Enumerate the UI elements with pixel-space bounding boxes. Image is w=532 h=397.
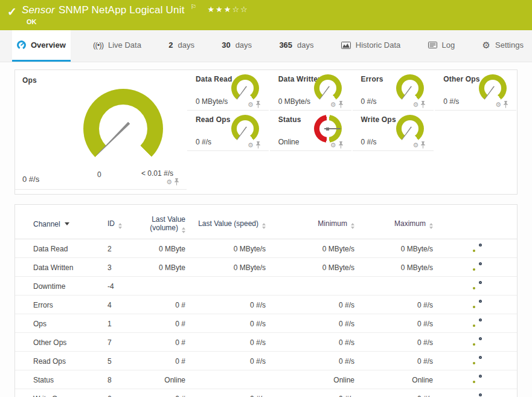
tab-30-days[interactable]: 30 days xyxy=(217,30,257,62)
gauge-card-status: Status Online ⚙ xyxy=(270,111,351,151)
sort-icon[interactable] xyxy=(182,227,185,233)
gear-icon[interactable]: ⚙ xyxy=(495,102,501,108)
channel-settings-icon[interactable] xyxy=(473,375,482,383)
pin-icon[interactable] xyxy=(255,141,261,149)
sort-icon[interactable] xyxy=(351,223,354,229)
channel-name: Other Ops xyxy=(15,333,107,352)
minimum-value: 0 #/s xyxy=(266,389,354,397)
column-header-maximum[interactable]: Maximum xyxy=(394,219,426,228)
sort-icon[interactable] xyxy=(118,223,122,229)
pin-icon[interactable] xyxy=(338,141,344,149)
gauge-dial xyxy=(396,115,424,143)
channel-id: 6 xyxy=(107,389,144,397)
gauge-dial xyxy=(314,74,342,102)
gauge-value: 0 #/s xyxy=(361,138,377,146)
last-value-volume: 0 # xyxy=(144,352,185,370)
channel-name: Ops xyxy=(15,314,107,333)
channel-settings-icon[interactable] xyxy=(473,393,482,397)
tab-overview[interactable]: Overview xyxy=(12,30,71,62)
pin-icon[interactable] xyxy=(420,101,426,108)
sort-icon[interactable] xyxy=(429,223,433,229)
tab-log[interactable]: Log xyxy=(423,30,460,62)
channel-settings-icon[interactable] xyxy=(473,356,482,364)
channel-settings-icon[interactable] xyxy=(473,300,482,308)
gear-icon[interactable]: ⚙ xyxy=(412,142,418,149)
tab-label: days xyxy=(178,40,194,50)
gauge-scale-min: 0 xyxy=(97,170,101,179)
tab-settings[interactable]: ⚙ Settings xyxy=(478,30,528,62)
column-header-last-volume[interactable]: Last Value (volume) xyxy=(150,215,185,232)
gauge-card-write-ops: Write Ops 0 #/s ⚙ xyxy=(353,111,434,151)
last-value-volume: Online xyxy=(144,370,185,389)
last-value-speed: 0 #/s xyxy=(185,389,266,397)
maximum-value: 0 MByte/s xyxy=(354,239,433,258)
pin-icon[interactable] xyxy=(338,101,344,108)
pin-icon[interactable] xyxy=(420,141,426,149)
maximum-value xyxy=(354,277,433,295)
last-value-volume: 0 # xyxy=(144,333,185,352)
last-value-speed xyxy=(185,370,266,389)
tab-label: days xyxy=(297,40,313,50)
table-row: Ops 1 0 # 0 #/s 0 #/s 0 #/s xyxy=(15,314,517,333)
table-row: Errors 4 0 # 0 #/s 0 #/s 0 #/s xyxy=(15,295,517,314)
gauge-scale-max: < 0.01 #/s xyxy=(141,169,173,178)
gauge-card-other-ops: Other Ops 0 #/s ⚙ xyxy=(435,70,516,111)
priority-stars[interactable]: ★★★☆☆ xyxy=(207,5,248,14)
channel-id: 2 xyxy=(107,239,144,258)
channel-settings-icon[interactable] xyxy=(473,337,482,346)
column-header-minimum[interactable]: Minimum xyxy=(318,219,347,228)
table-row: Downtime -4 xyxy=(15,277,517,295)
status-badge: OK xyxy=(27,18,249,25)
sort-icon[interactable] xyxy=(262,223,266,229)
tab-2-days[interactable]: 2 days xyxy=(164,30,199,62)
gear-icon[interactable]: ⚙ xyxy=(330,142,336,149)
column-header-last-speed[interactable]: Last Value (speed) xyxy=(198,219,258,228)
channel-settings-icon[interactable] xyxy=(473,281,482,289)
maximum-value: 0 #/s xyxy=(354,314,433,333)
channel-settings-icon[interactable] xyxy=(473,244,482,252)
column-header-id[interactable]: ID xyxy=(107,219,115,228)
last-value-speed: 0 #/s xyxy=(185,314,266,333)
gear-icon[interactable]: ⚙ xyxy=(248,102,254,108)
minimum-value: 0 #/s xyxy=(266,352,354,370)
channel-settings-icon[interactable] xyxy=(473,262,482,271)
area-chart-icon xyxy=(341,42,351,49)
gear-icon[interactable]: ⚙ xyxy=(412,102,418,108)
maximum-value: 0 MByte/s xyxy=(354,258,433,277)
ok-check-icon: ✓ xyxy=(7,5,17,19)
gear-icon[interactable]: ⚙ xyxy=(166,179,172,186)
minimum-value: 0 #/s xyxy=(266,333,354,352)
pin-icon[interactable] xyxy=(255,101,261,108)
minimum-value: 0 MByte/s xyxy=(266,258,354,277)
channel-name: Downtime xyxy=(15,277,107,295)
last-value-speed xyxy=(185,277,266,295)
sort-desc-icon[interactable] xyxy=(65,222,69,225)
channel-id: 7 xyxy=(107,333,144,352)
minimum-value: 0 #/s xyxy=(266,295,354,314)
last-value-speed: 0 #/s xyxy=(185,333,266,352)
tab-365-days[interactable]: 365 days xyxy=(274,30,318,62)
pin-icon[interactable] xyxy=(174,178,179,186)
tab-live-data[interactable]: ((•)) Live Data xyxy=(88,30,146,62)
maximum-value: 0 #/s xyxy=(354,333,433,352)
sensor-header: ✓ SensorSNMP NetApp Logical Unit ⚐ ★★★☆☆… xyxy=(0,0,532,30)
last-value-speed: 0 #/s xyxy=(185,295,266,314)
minimum-value: Online xyxy=(266,370,354,389)
channel-name: Status xyxy=(15,370,107,389)
table-row: Data Written 3 0 MByte 0 MByte/s 0 MByte… xyxy=(15,258,517,277)
gauge-value: 0 #/s xyxy=(443,97,459,106)
gauge-card-empty xyxy=(435,111,516,151)
object-kind: Sensor xyxy=(22,4,55,16)
channel-name: Data Read xyxy=(15,239,107,258)
pin-icon[interactable] xyxy=(503,101,508,108)
channel-settings-icon[interactable] xyxy=(473,318,482,327)
gear-icon[interactable]: ⚙ xyxy=(248,142,254,149)
last-value-speed: 0 MByte/s xyxy=(185,258,266,277)
flag-icon[interactable]: ⚐ xyxy=(191,3,197,11)
maximum-value: Online xyxy=(354,370,433,389)
tab-historic-data[interactable]: Historic Data xyxy=(336,30,405,62)
table-row: Read Ops 5 0 # 0 #/s 0 #/s 0 #/s xyxy=(15,352,517,370)
column-header-channel[interactable]: Channel xyxy=(33,220,60,228)
gear-icon[interactable]: ⚙ xyxy=(330,102,336,108)
live-signal-icon: ((•)) xyxy=(93,40,103,50)
